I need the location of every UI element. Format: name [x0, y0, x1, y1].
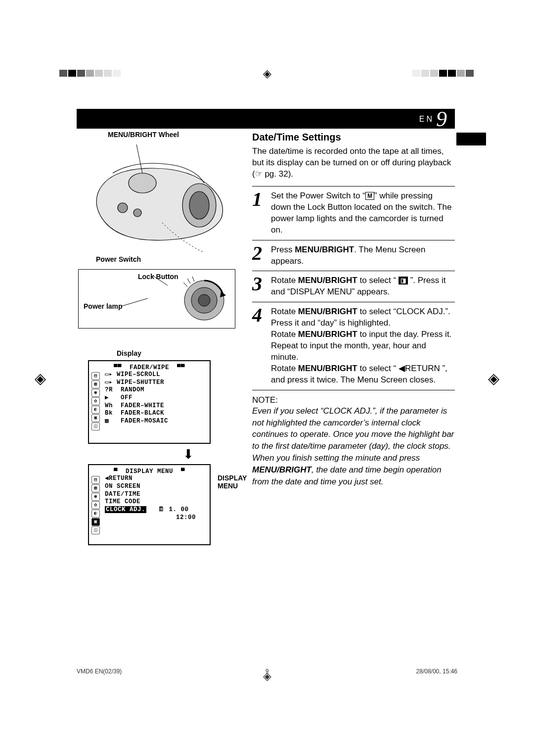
display-menu-icon: ◨: [399, 277, 408, 284]
registration-mark-top-icon: ◈: [263, 67, 271, 80]
svg-line-13: [192, 277, 194, 282]
crop-marks-top: ◈: [0, 69, 534, 84]
svg-point-2: [129, 173, 156, 193]
svg-line-14: [121, 298, 148, 306]
camcorder-illustration: [78, 139, 244, 255]
osd-side-icons: ▤▦◉✿◐▣◫: [91, 372, 100, 431]
svg-point-1: [189, 191, 209, 219]
step-number: 1: [252, 190, 271, 236]
registration-mark-left-icon: ◈: [35, 370, 46, 387]
step-number: 3: [252, 275, 271, 298]
note-body: Even if you select “CLOCK ADJ.”, if the …: [252, 405, 455, 488]
registration-mark-right-icon: ◈: [488, 370, 499, 387]
svg-point-3: [118, 203, 128, 213]
osd-fader-wipe: ▤▦◉✿◐▣◫ ▀▀ FADER/WIPE ▀▀ ▭▸ WIPE–SCROLL …: [88, 360, 211, 444]
power-switch-label: Power Switch: [96, 255, 244, 263]
svg-line-12: [187, 279, 190, 284]
intro-text: The date/time is recorded onto the tape …: [252, 146, 455, 180]
registration-mark-bottom-icon: ◈: [263, 670, 271, 683]
step-4: 4 Rotate MENU/BRIGHT to select “CLOCK AD…: [252, 302, 455, 390]
osd-display-menu: ▤▦◉✿◐▣◫ ▀ DISPLAY MENU ▀ ◀RETURN ON SCRE…: [88, 464, 211, 545]
power-dial-icon: [180, 277, 228, 324]
flow-arrow-down-icon: ⬇: [133, 447, 244, 462]
svg-point-9: [198, 294, 210, 306]
power-lamp-label: Power lamp: [84, 302, 123, 310]
svg-line-15: [153, 276, 168, 285]
step-2: 2 Press MENU/BRIGHT. The Menu Screen app…: [252, 240, 455, 271]
power-switch-box: Lock Button Power lamp: [78, 269, 235, 329]
page-header: EN9: [77, 109, 455, 129]
svg-line-11: [183, 283, 187, 286]
step-number: 2: [252, 244, 271, 267]
step-3: 3 Rotate MENU/BRIGHT to select “ ◨ ”. Pr…: [252, 271, 455, 302]
wheel-label: MENU/BRIGHT Wheel: [108, 131, 244, 139]
step-1: 1 Set the Power Switch to “M” while pres…: [252, 186, 455, 240]
footer-timestamp: 28/08/00, 15:46: [416, 668, 457, 675]
display-menu-side-label: DISPLAY MENU: [218, 474, 247, 490]
section-tab: [456, 133, 486, 145]
footer-doc-id: VMD6 EN(02/39): [77, 668, 122, 675]
osd-side-icons-2: ▤▦◉✿◐▣◫: [91, 476, 100, 535]
m-mode-icon: M: [365, 192, 374, 200]
svg-point-4: [134, 209, 141, 217]
header-lang: EN: [419, 115, 434, 123]
step-number: 4: [252, 306, 271, 386]
display-label: Display: [117, 349, 244, 357]
section-title: Date/Time Settings: [252, 132, 455, 143]
note-label: NOTE:: [252, 395, 455, 405]
header-page-number: 9: [434, 107, 447, 131]
